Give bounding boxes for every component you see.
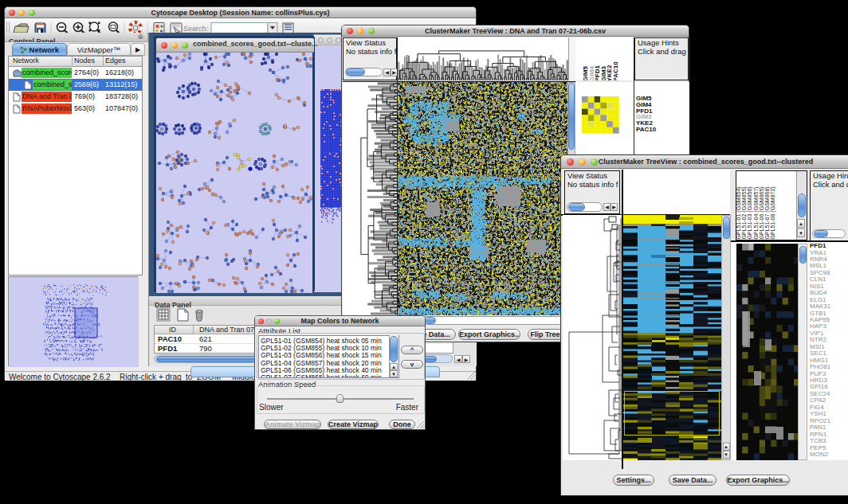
svg-text:Search:: Search:: [183, 25, 208, 33]
